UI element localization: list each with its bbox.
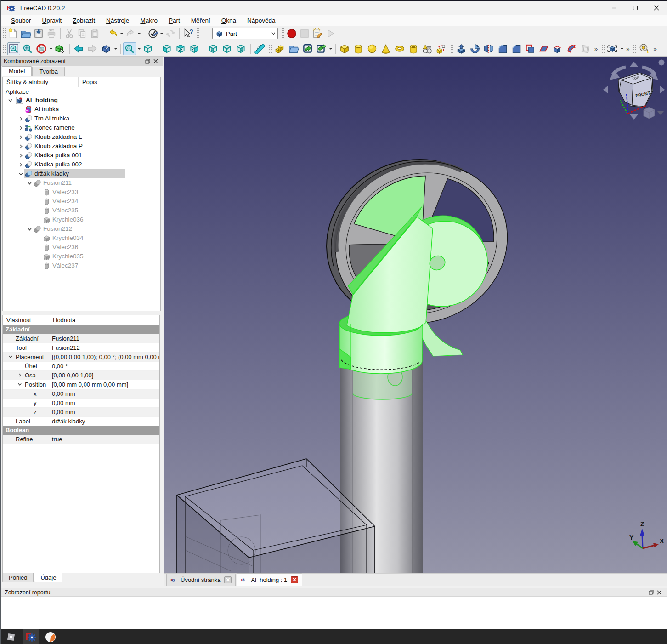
report-close-button[interactable] xyxy=(655,589,663,596)
view-axonometric-button[interactable] xyxy=(141,42,154,55)
taskbar-app-diamond-icon[interactable] xyxy=(3,629,19,644)
new-document-button[interactable] xyxy=(6,27,19,40)
create-primitives-button[interactable] xyxy=(421,42,434,55)
measure-tape-button[interactable] xyxy=(638,42,650,55)
document-tab-close-icon[interactable]: ✕ xyxy=(224,576,232,583)
tree-root-application[interactable]: Aplikace xyxy=(3,87,160,96)
cross-sections-button[interactable] xyxy=(537,42,550,55)
tree-item-label[interactable]: Kloub základna P xyxy=(34,142,85,150)
macro-edit-button[interactable] xyxy=(311,27,324,40)
toolbar-handle[interactable] xyxy=(601,44,605,54)
property-name[interactable]: y xyxy=(3,399,49,407)
open-folder-button[interactable] xyxy=(19,27,32,40)
taskbar-freecad-icon[interactable]: F xyxy=(23,629,39,644)
save-button[interactable] xyxy=(32,27,45,40)
shape-builder-button[interactable] xyxy=(435,42,447,55)
tree-expander-closed-icon[interactable] xyxy=(18,162,23,167)
panel-float-button[interactable] xyxy=(143,57,152,65)
tree-item[interactable]: Al_holding xyxy=(3,96,160,105)
zoom-tool-dropdown-caret[interactable] xyxy=(137,42,141,55)
view-left-button[interactable] xyxy=(234,42,247,55)
nav-forward-button[interactable] xyxy=(86,42,99,55)
3d-view[interactable]: FRONT TOP Z Y X xyxy=(164,57,667,573)
link-replace-button[interactable] xyxy=(315,42,328,55)
maximize-button[interactable] xyxy=(625,1,646,15)
tree-item-label[interactable]: Válec233 xyxy=(51,188,80,196)
tree-expander-closed-icon[interactable] xyxy=(18,116,23,121)
primitive-torus-button[interactable] xyxy=(393,42,406,55)
tree-item[interactable]: Krychle036 xyxy=(3,215,160,224)
toolbar-handle[interactable] xyxy=(450,44,453,54)
property-value[interactable]: Fusion211 xyxy=(49,334,159,343)
primitive-tube-button[interactable] xyxy=(407,42,420,55)
property-row[interactable]: Position[0,00 mm 0,00 mm 0,00 mm] xyxy=(3,380,159,389)
menu-part[interactable]: Part xyxy=(163,16,186,26)
property-name[interactable]: z xyxy=(3,408,49,416)
property-row[interactable]: Úhel0,00 ° xyxy=(3,362,159,371)
chamfer-button[interactable] xyxy=(510,42,523,55)
workbench-selector[interactable]: Part ˅ xyxy=(212,28,278,39)
zoom-tool-button[interactable] xyxy=(123,42,136,55)
close-button[interactable] xyxy=(646,1,667,15)
toolbar-handle[interactable] xyxy=(268,44,272,54)
tree-item-label[interactable]: Fusion212 xyxy=(42,225,74,233)
document-tab-alholding1[interactable]: FAl_holding : 1✕ xyxy=(237,573,302,586)
property-row[interactable]: ZákladníFusion211 xyxy=(3,334,159,343)
tab-pohled[interactable]: Pohled xyxy=(2,573,34,582)
refresh-button[interactable] xyxy=(164,27,177,40)
tree-item-label[interactable]: Válec235 xyxy=(51,206,80,215)
tree-item[interactable]: Kloub základna L xyxy=(3,132,160,142)
tree-item[interactable]: Krychle035 xyxy=(3,252,160,261)
tree-expander-open-icon[interactable] xyxy=(7,97,13,103)
property-value[interactable]: [0,00 0,00 1,00] xyxy=(49,371,159,380)
tree-item-label[interactable]: držák kladky xyxy=(34,170,71,178)
tree-item[interactable]: Válec235 xyxy=(3,206,160,215)
menu-okna[interactable]: Okna xyxy=(216,16,242,26)
view-right-button[interactable] xyxy=(188,42,201,55)
property-name[interactable]: Refine xyxy=(3,435,49,444)
property-value[interactable]: 0,00 mm xyxy=(49,389,159,398)
tree-item-label[interactable]: Al_holding xyxy=(25,96,60,104)
navcube-corner-cube-icon[interactable] xyxy=(644,107,655,119)
property-name[interactable]: Position xyxy=(3,380,49,389)
view-front-button[interactable] xyxy=(160,42,173,55)
tree-item-label[interactable]: Krychle036 xyxy=(51,216,85,224)
toolbar-handle[interactable] xyxy=(2,28,6,39)
tree-expander-open-icon[interactable] xyxy=(18,171,23,177)
macro-recording-dropdown-caret[interactable] xyxy=(159,27,164,40)
property-row[interactable]: z0,00 mm xyxy=(3,408,159,417)
primitive-sphere-button[interactable] xyxy=(366,42,379,55)
property-row[interactable]: Labeldržák kladky xyxy=(3,417,159,426)
tree-item[interactable]: Al trubka xyxy=(3,105,160,114)
part-feature-button[interactable] xyxy=(273,42,286,55)
tree-expander-open-icon[interactable] xyxy=(27,180,32,186)
toolbar-handle[interactable] xyxy=(633,44,636,54)
tree-item[interactable]: Trn Al trubka xyxy=(3,114,160,123)
link-replace-dropdown-caret[interactable] xyxy=(328,42,333,55)
view-bottom-button[interactable] xyxy=(220,42,233,55)
tree-item[interactable]: Kloub základna P xyxy=(3,142,160,151)
tree-item[interactable]: držák kladky xyxy=(3,169,160,178)
property-row[interactable]: Refinetrue xyxy=(3,435,159,444)
whats-this-button[interactable]: ? xyxy=(182,27,195,40)
tree-item-label[interactable]: Válec236 xyxy=(51,243,80,251)
tree-item[interactable]: Krychle034 xyxy=(3,234,160,243)
fit-all-button[interactable] xyxy=(7,42,20,55)
tree-item-label[interactable]: Fusion211 xyxy=(42,179,73,187)
tree-expander-closed-icon[interactable] xyxy=(18,125,23,131)
tree-item[interactable]: Konec ramene xyxy=(3,123,160,132)
toolbar-handle[interactable] xyxy=(2,44,6,54)
fit-selection-button[interactable] xyxy=(21,42,34,55)
property-name[interactable]: x xyxy=(3,389,49,398)
menu-upravit[interactable]: Upravit xyxy=(37,16,68,26)
toolbar-overflow-button[interactable]: » xyxy=(651,46,658,52)
copy-button[interactable] xyxy=(76,27,89,40)
tree-item[interactable]: Fusion212 xyxy=(3,224,160,234)
fillet-button[interactable] xyxy=(496,42,509,55)
view-rear-button[interactable] xyxy=(207,42,220,55)
property-header-value[interactable]: Hodnota xyxy=(49,315,75,325)
minimize-button[interactable] xyxy=(604,1,625,15)
redo-button[interactable] xyxy=(124,27,137,40)
tree-item[interactable]: Kladka pulka 001 xyxy=(3,151,160,160)
property-group-zakladni[interactable]: Základní xyxy=(3,325,159,334)
